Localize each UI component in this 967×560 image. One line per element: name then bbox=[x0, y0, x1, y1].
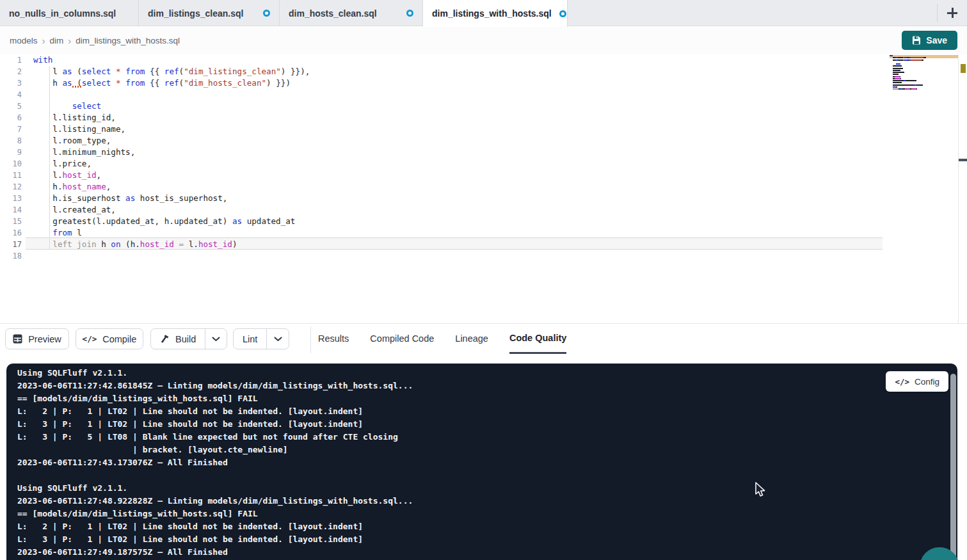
minimap-line bbox=[896, 63, 900, 65]
line-number: 5 bbox=[0, 100, 22, 112]
minimap-segment bbox=[893, 65, 902, 67]
mouse-cursor bbox=[753, 481, 767, 498]
lint-dropdown-button[interactable] bbox=[267, 329, 289, 349]
minimap-segment bbox=[911, 88, 916, 90]
breadcrumb-item-dim_listings_with_hosts.sql[interactable]: dim_listings_with_hosts.sql bbox=[76, 36, 180, 45]
minimap-segment bbox=[922, 60, 923, 61]
unsaved-changes-dot-icon bbox=[263, 10, 270, 17]
code-token: from bbox=[125, 67, 145, 76]
code-token: l.created_at, bbox=[33, 205, 116, 214]
minimap-segment bbox=[896, 63, 900, 65]
line-number: 11 bbox=[0, 170, 22, 181]
minimap-segment bbox=[893, 82, 902, 83]
chevron-down-icon bbox=[212, 337, 220, 342]
minimap-segment bbox=[905, 88, 910, 90]
code-token bbox=[121, 67, 126, 76]
config-button[interactable]: </> Config bbox=[886, 371, 948, 392]
code-token: l bbox=[33, 67, 63, 76]
terminal-scrollbar-thumb[interactable] bbox=[950, 374, 956, 559]
line-number: 7 bbox=[0, 124, 22, 135]
line-number: 18 bbox=[0, 250, 22, 262]
line-number: 8 bbox=[0, 135, 22, 147]
table-grid-icon bbox=[13, 334, 22, 344]
new-tab-button[interactable] bbox=[938, 0, 967, 26]
minimap-segment bbox=[923, 57, 926, 58]
line-number: 1 bbox=[0, 54, 22, 66]
tab-compiled-code[interactable]: Compiled Code bbox=[370, 324, 434, 354]
code-token: l.room_type, bbox=[33, 136, 111, 145]
minimap-line bbox=[893, 57, 926, 58]
code-token bbox=[111, 67, 116, 76]
minimap-segment bbox=[916, 84, 923, 86]
code-token: ) bbox=[285, 78, 291, 88]
save-button[interactable]: Save bbox=[902, 31, 957, 50]
code-token: with bbox=[33, 55, 52, 65]
file-tab-label: dim_listings_with_hosts.sql bbox=[432, 8, 552, 19]
code-token: h bbox=[33, 78, 63, 88]
code-editor[interactable]: 123456789101112131415161718 with l as (s… bbox=[0, 54, 967, 323]
tab-results[interactable]: Results bbox=[318, 324, 349, 354]
code-token bbox=[145, 78, 150, 88]
minimap-line bbox=[890, 55, 893, 56]
file-tab-dim_listings_clean.sql[interactable]: dim_listings_clean.sql bbox=[139, 0, 280, 26]
code-line-7: l.listing_name, bbox=[33, 124, 310, 135]
code-token: h bbox=[97, 239, 111, 249]
code-token: }} bbox=[291, 67, 300, 76]
tab-lineage[interactable]: Lineage bbox=[455, 324, 488, 354]
code-line-16: from l bbox=[33, 227, 310, 239]
file-tab-dim_hosts_clean.sql[interactable]: dim_hosts_clean.sql bbox=[280, 0, 423, 26]
breadcrumb: models›dim›dim_listings_with_hosts.sql bbox=[10, 35, 180, 46]
minimap-segment bbox=[896, 86, 897, 88]
breadcrumb-item-models[interactable]: models bbox=[10, 36, 38, 45]
code-line-15: greatest(l.updated_at, h.updated_at) as … bbox=[33, 216, 310, 227]
code-token: l.price, bbox=[33, 159, 92, 168]
line-number: 17 bbox=[0, 239, 22, 250]
terminal-panel[interactable]: Using SQLFluff v2.1.1. 2023-06-06T11:27:… bbox=[6, 364, 957, 560]
lint-button[interactable]: Lint bbox=[234, 329, 267, 349]
compile-button[interactable]: </> Compile bbox=[76, 328, 143, 349]
minimap-segment bbox=[898, 57, 903, 58]
code-token: h. bbox=[33, 182, 63, 191]
minimap[interactable] bbox=[890, 54, 934, 94]
code-token bbox=[159, 67, 164, 76]
minimap-line bbox=[893, 80, 916, 81]
scrollbar-cursor-marker bbox=[959, 159, 967, 161]
code-brackets-icon: </> bbox=[895, 377, 909, 387]
save-button-label: Save bbox=[926, 35, 947, 45]
scrollbar-annotation-column[interactable] bbox=[958, 54, 967, 323]
code-token: * bbox=[116, 67, 121, 76]
code-token: ref bbox=[164, 78, 179, 88]
code-token: greatest(l.updated_at, h.updated_at) bbox=[33, 216, 232, 226]
minimap-segment bbox=[911, 60, 922, 61]
code-token: host_id bbox=[63, 170, 97, 180]
file-tab-dim_listings_with_hosts.sql[interactable]: dim_listings_with_hosts.sql bbox=[423, 0, 568, 27]
code-token: ( bbox=[72, 67, 82, 76]
minimap-line bbox=[893, 86, 897, 88]
code-token: {{ bbox=[150, 67, 159, 76]
preview-button-label: Preview bbox=[28, 334, 61, 344]
code-token: * bbox=[116, 78, 121, 88]
code-line-4 bbox=[33, 89, 310, 100]
build-dropdown-button[interactable] bbox=[205, 329, 227, 349]
minimap-segment bbox=[893, 84, 915, 86]
minimap-segment bbox=[900, 76, 900, 77]
code-token: updated_at bbox=[242, 216, 295, 226]
breadcrumb-item-dim[interactable]: dim bbox=[50, 36, 64, 45]
minimap-segment bbox=[893, 72, 904, 73]
tab-code-quality[interactable]: Code Quality bbox=[509, 324, 566, 354]
file-tab-no_nulls_in_columns.sql[interactable]: no_nulls_in_columns.sql bbox=[0, 0, 139, 26]
scrollbar-warning-marker bbox=[961, 64, 966, 73]
minimap-segment bbox=[893, 88, 899, 90]
hammer-icon bbox=[160, 334, 170, 344]
build-button[interactable]: Build bbox=[151, 329, 205, 349]
line-number: 4 bbox=[0, 89, 22, 100]
code-line-9: l.minimum_nights, bbox=[33, 147, 310, 158]
tab-bar-filler bbox=[568, 0, 937, 26]
code-line-13: h.is_superhost as host_is_superhost, bbox=[33, 193, 310, 204]
code-token: ref bbox=[164, 67, 179, 76]
terminal-output: Using SQLFluff v2.1.1. 2023-06-06T11:27:… bbox=[17, 367, 413, 559]
preview-button[interactable]: Preview bbox=[5, 328, 69, 349]
minimap-segment bbox=[906, 80, 916, 81]
code-token: on bbox=[111, 239, 120, 249]
code-token bbox=[33, 239, 52, 249]
